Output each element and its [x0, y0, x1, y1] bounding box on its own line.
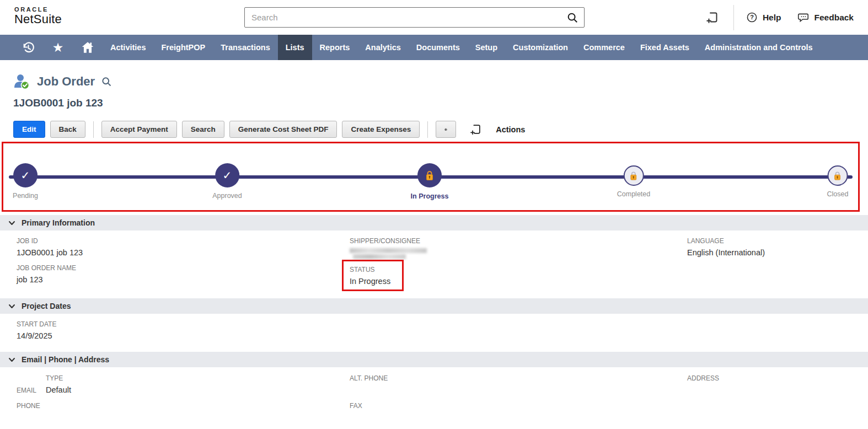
workflow-step-pending: ✓ Pending — [13, 163, 38, 200]
record-title-row: Job Order — [13, 73, 112, 90]
global-search-input[interactable] — [245, 8, 566, 27]
lock-icon — [629, 171, 638, 181]
check-icon: ✓ — [21, 170, 30, 181]
section-title: Email | Phone | Address — [22, 355, 109, 364]
chevron-down-icon — [8, 356, 15, 363]
field-language: LANGUAGE English (International) — [687, 237, 868, 258]
header-divider — [733, 5, 734, 30]
home-icon[interactable] — [73, 35, 103, 60]
workflow-step-closed: Closed — [827, 163, 849, 198]
field-fax: FAX — [350, 400, 687, 410]
toolbar-divider — [93, 121, 94, 138]
workflow-step-label: Approved — [212, 192, 242, 200]
field-value: 14/9/2025 — [17, 331, 350, 341]
pin-record-icon[interactable] — [470, 124, 482, 136]
accept-payment-button[interactable]: Accept Payment — [101, 121, 177, 138]
global-header: ORACLE NetSuite ? Help Feedback — [0, 0, 868, 35]
field-phone: PHONE — [17, 400, 350, 410]
workflow-status-bar: ✓ Pending ✓ Approved In Progress Complet… — [3, 143, 858, 210]
contact-fields: TYPE EMAIL Default PHONE ALT. PHONE FAX … — [0, 367, 868, 421]
help-button[interactable]: ? Help — [746, 12, 781, 23]
field-value: English (International) — [687, 248, 868, 258]
workflow-step-label: Closed — [827, 190, 849, 198]
workflow-step-completed-circle[interactable] — [623, 165, 644, 186]
workflow-step-closed-circle[interactable] — [827, 165, 848, 186]
field-address: ADDRESS — [687, 373, 868, 383]
nav-item-lists[interactable]: Lists — [278, 35, 312, 60]
back-button[interactable]: Back — [50, 121, 85, 138]
actions-menu[interactable]: Actions — [496, 125, 525, 134]
field-start-date: START DATE 14/9/2025 — [17, 320, 350, 341]
feedback-button[interactable]: Feedback — [797, 12, 854, 23]
nav-item-analytics[interactable]: Analytics — [357, 35, 408, 60]
field-label: JOB ID — [17, 237, 350, 245]
nav-item-documents[interactable]: Documents — [409, 35, 468, 60]
nav-item-freightpop[interactable]: FreightPOP — [153, 35, 213, 60]
feedback-label: Feedback — [814, 13, 854, 23]
workflow-step-approved: ✓ Approved — [212, 163, 242, 200]
field-label: ADDRESS — [687, 374, 719, 382]
nav-item-customization[interactable]: Customization — [505, 35, 576, 60]
recents-icon[interactable] — [13, 35, 43, 60]
workflow-step-in-progress: In Progress — [410, 163, 449, 201]
netsuite-logo[interactable]: ORACLE NetSuite — [14, 6, 62, 26]
field-label: STATUS — [350, 266, 687, 274]
generate-cost-sheet-pdf-button[interactable]: Generate Cost Sheet PDF — [229, 121, 337, 138]
field-email: EMAIL Default — [17, 385, 350, 395]
shortcuts-star-icon[interactable]: ★ — [43, 35, 73, 60]
field-job-order-name: JOB ORDER NAME job 123 — [17, 264, 350, 285]
field-shipper-consignee: SHIPPER/CONSIGNEE — [350, 237, 687, 259]
section-title: Project Dates — [22, 302, 71, 310]
annotation-box-workflow: ✓ Pending ✓ Approved In Progress Complet… — [2, 142, 860, 212]
pin-page-icon[interactable] — [706, 11, 719, 24]
workflow-step-approved-circle[interactable]: ✓ — [215, 163, 239, 187]
record-toolbar: Edit Back Accept Payment Search Generate… — [13, 121, 525, 138]
toolbar-divider — [427, 121, 428, 138]
global-search — [244, 7, 585, 28]
workflow-step-label: In Progress — [410, 192, 449, 201]
workflow-step-pending-circle[interactable]: ✓ — [13, 163, 37, 187]
field-label: LANGUAGE — [687, 237, 868, 245]
print-button[interactable] — [436, 121, 456, 138]
section-project-dates[interactable]: Project Dates — [0, 298, 868, 314]
field-label: ALT. PHONE — [350, 374, 388, 382]
nav-item-commerce[interactable]: Commerce — [576, 35, 633, 60]
section-primary-information[interactable]: Primary Information — [0, 215, 868, 230]
nav-item-reports[interactable]: Reports — [312, 35, 358, 60]
nav-item-administration-and-controls[interactable]: Administration and Controls — [697, 35, 821, 60]
nav-item-setup[interactable]: Setup — [468, 35, 505, 60]
field-value: 1JOB0001 job 123 — [17, 248, 350, 258]
field-label: JOB ORDER NAME — [17, 264, 350, 272]
search-button[interactable]: Search — [182, 121, 224, 138]
svg-text:?: ? — [750, 14, 754, 20]
create-expenses-button[interactable]: Create Expenses — [342, 121, 420, 138]
email-type-value: Default — [46, 385, 71, 395]
nav-item-transactions[interactable]: Transactions — [213, 35, 277, 60]
edit-button[interactable]: Edit — [13, 121, 45, 138]
record-name: 1JOB0001 job 123 — [13, 97, 103, 109]
printer-icon — [444, 124, 447, 135]
field-alt-phone: ALT. PHONE — [350, 373, 687, 383]
type-column-header: TYPE — [46, 374, 63, 382]
field-status: STATUS In Progress — [350, 266, 687, 286]
feedback-icon — [797, 12, 809, 23]
search-icon[interactable] — [566, 12, 578, 24]
main-nav: ★ Activities FreightPOP Transactions Lis… — [0, 35, 868, 60]
project-dates-fields: START DATE 14/9/2025 — [0, 314, 868, 350]
job-order-record-icon — [13, 73, 31, 90]
section-title: Primary Information — [22, 218, 95, 227]
status-value: In Progress — [350, 276, 687, 286]
field-label: SHIPPER/CONSIGNEE — [350, 237, 687, 245]
record-search-icon[interactable] — [101, 76, 112, 87]
nav-item-fixed-assets[interactable]: Fixed Assets — [633, 35, 697, 60]
record-body: Primary Information JOB ID 1JOB0001 job … — [0, 215, 868, 421]
netsuite-wordmark: NetSuite — [14, 12, 62, 26]
section-email-phone-address[interactable]: Email | Phone | Address — [0, 352, 868, 367]
chevron-down-icon — [8, 303, 15, 310]
field-label: FAX — [350, 402, 362, 410]
workflow-step-label: Completed — [617, 190, 650, 198]
workflow-step-in-progress-circle[interactable] — [417, 163, 442, 187]
help-icon: ? — [746, 12, 758, 23]
nav-item-activities[interactable]: Activities — [103, 35, 153, 60]
lock-icon — [425, 170, 435, 181]
